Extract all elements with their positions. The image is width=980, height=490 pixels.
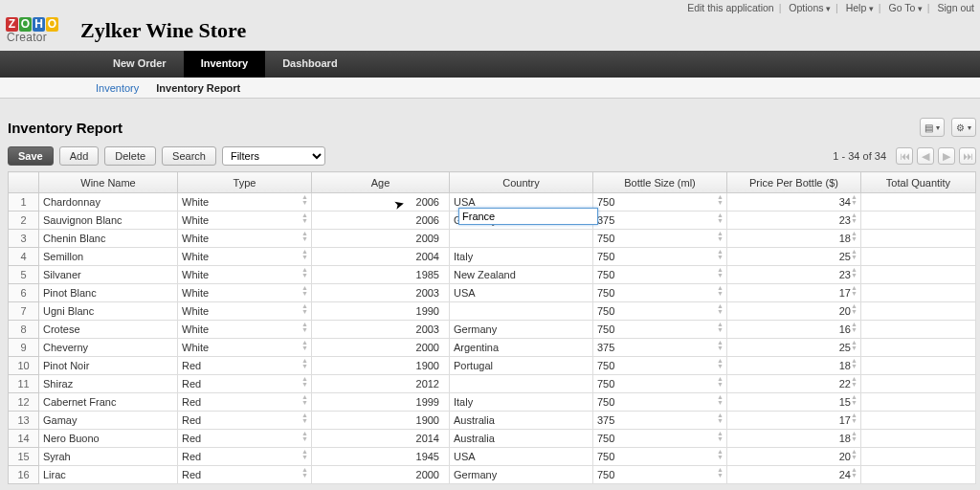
stepper-icon[interactable]: ▲▼ <box>717 303 724 315</box>
cell-price[interactable]: 25▲▼ <box>727 339 861 357</box>
stepper-icon[interactable]: ▲▼ <box>301 267 308 278</box>
cell-total[interactable] <box>861 212 976 230</box>
options-menu[interactable]: Options <box>789 2 831 13</box>
stepper-icon[interactable]: ▲▼ <box>717 431 724 442</box>
search-button[interactable]: Search <box>162 146 216 166</box>
stepper-icon[interactable]: ▲▼ <box>717 449 724 460</box>
cell-bottle[interactable]: 750▲▼ <box>593 193 727 212</box>
cell-bottle[interactable]: 750▲▼ <box>593 266 727 284</box>
tab-inventory[interactable]: Inventory <box>184 51 266 78</box>
table-row[interactable]: 15SyrahRed▲▼1945USA750▲▼20▲▼ <box>9 448 976 466</box>
help-menu[interactable]: Help <box>846 2 874 13</box>
stepper-icon[interactable]: ▲▼ <box>301 376 308 388</box>
cell-age[interactable]: 2004 <box>312 248 450 266</box>
cell-name[interactable]: Lirac <box>39 466 178 484</box>
col-bottle[interactable]: Bottle Size (ml) <box>593 172 727 193</box>
stepper-icon[interactable]: ▲▼ <box>851 449 858 460</box>
stepper-icon[interactable]: ▲▼ <box>717 285 724 297</box>
cell-type[interactable]: White▲▼ <box>178 321 312 339</box>
col-price[interactable]: Price Per Bottle ($) <box>727 172 861 193</box>
table-row[interactable]: 16LiracRed▲▼2000Germany750▲▼24▲▼ <box>9 466 976 484</box>
cell-age[interactable]: 2000 <box>312 339 450 357</box>
view-options-button[interactable]: ▤ <box>920 118 945 137</box>
cell-age[interactable]: 2006 <box>312 193 450 212</box>
cell-country[interactable]: Germany <box>450 321 593 339</box>
cell-type[interactable]: White▲▼ <box>178 266 312 284</box>
signout-link[interactable]: Sign out <box>937 2 974 13</box>
col-country[interactable]: Country <box>450 172 593 193</box>
stepper-icon[interactable]: ▲▼ <box>301 285 308 297</box>
cell-country[interactable]: Australia <box>450 430 593 448</box>
cell-bottle[interactable]: 750▲▼ <box>593 375 727 393</box>
stepper-icon[interactable]: ▲▼ <box>301 231 308 242</box>
cell-price[interactable]: 18▲▼ <box>727 357 861 375</box>
cell-age[interactable]: 2000 <box>312 466 450 484</box>
cell-type[interactable]: White▲▼ <box>178 248 312 266</box>
cell-type[interactable]: Red▲▼ <box>178 412 312 430</box>
cell-age[interactable]: 2003 <box>312 284 450 302</box>
cell-country[interactable]: New Zealand <box>450 266 593 284</box>
stepper-icon[interactable]: ▲▼ <box>301 412 308 424</box>
goto-menu[interactable]: Go To <box>888 2 922 13</box>
stepper-icon[interactable]: ▲▼ <box>301 431 308 442</box>
cell-price[interactable]: 25▲▼ <box>727 248 861 266</box>
col-index[interactable] <box>9 172 39 193</box>
stepper-icon[interactable]: ▲▼ <box>301 322 308 333</box>
cell-bottle[interactable]: 750▲▼ <box>593 230 727 248</box>
pager-next-icon[interactable]: ▶ <box>938 147 955 165</box>
cell-total[interactable] <box>861 284 976 302</box>
pager-first-icon[interactable]: ⏮ <box>896 147 913 165</box>
cell-price[interactable]: 23▲▼ <box>727 266 861 284</box>
cell-name[interactable]: Pinot Noir <box>39 357 178 375</box>
cell-country[interactable]: Australia <box>450 412 593 430</box>
table-row[interactable]: 10Pinot NoirRed▲▼1900Portugal750▲▼18▲▼ <box>9 357 976 375</box>
stepper-icon[interactable]: ▲▼ <box>717 231 724 242</box>
delete-button[interactable]: Delete <box>104 146 156 166</box>
cell-country[interactable]: USA <box>450 448 593 466</box>
stepper-icon[interactable]: ▲▼ <box>717 194 724 206</box>
cell-name[interactable]: Semillon <box>39 248 178 266</box>
cell-country[interactable] <box>450 230 593 248</box>
settings-button[interactable]: ⚙ <box>951 118 976 137</box>
stepper-icon[interactable]: ▲▼ <box>717 394 724 406</box>
cell-name[interactable]: Crotese <box>39 321 178 339</box>
stepper-icon[interactable]: ▲▼ <box>851 340 858 351</box>
cell-type[interactable]: Red▲▼ <box>178 448 312 466</box>
table-row[interactable]: 13GamayRed▲▼1900Australia375▲▼17▲▼ <box>9 412 976 430</box>
cell-type[interactable]: White▲▼ <box>178 284 312 302</box>
cell-name[interactable]: Cabernet Franc <box>39 393 178 412</box>
cell-total[interactable] <box>861 266 976 284</box>
cell-name[interactable]: Shiraz <box>39 375 178 393</box>
filters-select[interactable]: Filters <box>222 146 325 166</box>
pager-last-icon[interactable]: ⏭ <box>959 147 976 165</box>
cell-name[interactable]: Chenin Blanc <box>39 230 178 248</box>
cell-country[interactable]: USA <box>450 284 593 302</box>
stepper-icon[interactable]: ▲▼ <box>717 340 724 351</box>
stepper-icon[interactable]: ▲▼ <box>301 303 308 315</box>
cell-total[interactable] <box>861 321 976 339</box>
stepper-icon[interactable]: ▲▼ <box>301 212 308 224</box>
cell-country[interactable]: Portugal <box>450 357 593 375</box>
stepper-icon[interactable]: ▲▼ <box>717 249 724 260</box>
pager-prev-icon[interactable]: ◀ <box>917 147 934 165</box>
cell-type[interactable]: Red▲▼ <box>178 375 312 393</box>
cell-total[interactable] <box>861 412 976 430</box>
cell-age[interactable]: 1985 <box>312 266 450 284</box>
cell-bottle[interactable]: 375▲▼ <box>593 412 727 430</box>
cell-total[interactable] <box>861 302 976 321</box>
cell-bottle[interactable]: 750▲▼ <box>593 248 727 266</box>
cell-name[interactable]: Sauvignon Blanc <box>39 212 178 230</box>
table-row[interactable]: 12Cabernet FrancRed▲▼1999Italy750▲▼15▲▼ <box>9 393 976 412</box>
cell-age[interactable]: 2012 <box>312 375 450 393</box>
table-row[interactable]: 5SilvanerWhite▲▼1985New Zealand750▲▼23▲▼ <box>9 266 976 284</box>
add-button[interactable]: Add <box>59 146 100 166</box>
tab-dashboard[interactable]: Dashboard <box>265 51 354 78</box>
cell-total[interactable] <box>861 375 976 393</box>
table-row[interactable]: 6Pinot BlancWhite▲▼2003USA750▲▼17▲▼ <box>9 284 976 302</box>
cell-total[interactable] <box>861 466 976 484</box>
stepper-icon[interactable]: ▲▼ <box>851 467 858 479</box>
cell-type[interactable]: Red▲▼ <box>178 357 312 375</box>
cell-name[interactable]: Pinot Blanc <box>39 284 178 302</box>
cell-total[interactable] <box>861 339 976 357</box>
cell-price[interactable]: 22▲▼ <box>727 375 861 393</box>
